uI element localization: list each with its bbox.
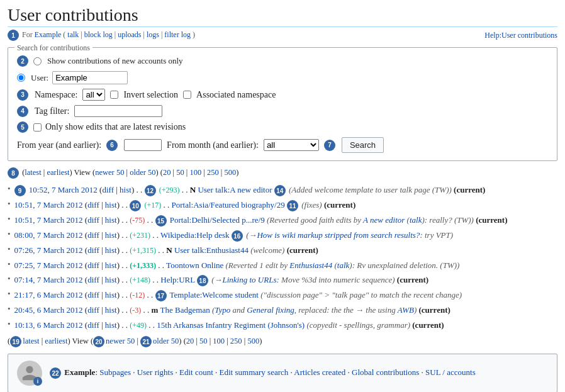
global-contributions-link[interactable]: Global contributions — [352, 367, 419, 377]
diff-link[interactable]: diff — [87, 320, 99, 330]
general-fixing-link[interactable]: General fixing — [247, 305, 294, 315]
talk-link-inline[interactable]: talk — [410, 215, 422, 225]
invert-checkbox[interactable] — [110, 91, 118, 99]
hist-link[interactable]: hist — [105, 200, 117, 210]
hist-link[interactable]: hist — [105, 245, 117, 255]
subpages-link[interactable]: Subpages — [99, 367, 131, 377]
page-link[interactable]: Wikipedia:Help desk — [160, 230, 230, 240]
search-button[interactable]: Search — [342, 137, 384, 153]
user-link-inline[interactable]: Enthusiast44 — [289, 260, 332, 270]
from-year-input[interactable] — [124, 139, 162, 151]
page-link[interactable]: User talk:A new editor — [198, 185, 272, 194]
contrib-time[interactable]: 10:51, 7 March 2012 — [14, 215, 83, 225]
contrib-time[interactable]: 10:51, 7 March 2012 — [14, 200, 83, 210]
filter-log-link[interactable]: filter log — [164, 30, 191, 39]
50-bottom[interactable]: 50 — [199, 337, 208, 345]
20-top[interactable]: 20 — [163, 168, 171, 177]
diff-link[interactable]: diff — [102, 185, 114, 194]
hist-link[interactable]: hist — [105, 275, 117, 284]
diff-link[interactable]: diff — [87, 275, 99, 284]
page-link[interactable]: Portal:Asia/Featured biography/29 — [172, 200, 285, 210]
newer50-top[interactable]: newer 50 — [95, 168, 124, 177]
page-link[interactable]: The Badgeman — [160, 305, 210, 315]
newer50-bottom[interactable]: newer 50 — [106, 337, 135, 345]
hist-link[interactable]: hist — [105, 260, 117, 270]
contrib-time[interactable]: 07:26, 7 March 2012 — [14, 245, 83, 255]
help-link-container: Help:User contributions — [484, 31, 557, 40]
latest-link-bottom[interactable]: latest — [23, 337, 39, 345]
block-log-link[interactable]: block log — [84, 30, 113, 39]
100-bottom[interactable]: 100 — [213, 337, 225, 345]
hist-link[interactable]: hist — [105, 230, 117, 240]
contrib-time[interactable]: 10:52, 7 March 2012 — [29, 185, 98, 194]
diff-link[interactable]: diff — [87, 290, 99, 300]
circle-7: 7 — [324, 140, 335, 151]
new-accounts-radio[interactable] — [33, 57, 42, 65]
user-radio[interactable] — [17, 74, 25, 82]
typo-link[interactable]: Typo — [215, 305, 230, 315]
500-bottom[interactable]: 500 — [247, 337, 259, 345]
namespace-select[interactable]: all — [82, 89, 105, 101]
earliest-link-top[interactable]: earliest — [47, 168, 69, 177]
page-link[interactable]: Toontown Online — [166, 260, 223, 270]
associated-checkbox[interactable] — [183, 91, 191, 99]
hist-link[interactable]: hist — [105, 320, 117, 330]
contrib-time[interactable]: 08:00, 7 March 2012 — [14, 230, 83, 240]
page-link[interactable]: Portal:Delhi/Selected p...re/9 — [170, 215, 265, 225]
older50-bottom[interactable]: older 50 — [153, 337, 179, 345]
diff-size: (+1,315) — [130, 246, 156, 255]
contrib-time[interactable]: 07:25, 7 March 2012 — [14, 260, 83, 270]
diff-link[interactable]: diff — [87, 230, 99, 240]
section-link[interactable]: How is wiki markup stripped from search … — [257, 230, 420, 240]
diff-link[interactable]: diff — [87, 200, 99, 210]
hist-link[interactable]: hist — [120, 185, 131, 194]
help-link[interactable]: Help:User contributions — [484, 31, 557, 40]
from-month-label: From month (and earlier): — [167, 140, 259, 150]
from-month-select[interactable]: all JanuaryFebruaryMarch AprilMayJune Ju… — [264, 139, 319, 151]
older50-top[interactable]: older 50 — [130, 168, 155, 177]
contrib-time[interactable]: 10:13, 6 March 2012 — [14, 320, 83, 330]
hist-link[interactable]: hist — [105, 215, 117, 225]
diff-link[interactable]: diff — [87, 305, 99, 315]
articles-created-link[interactable]: Articles created — [294, 367, 345, 377]
250-bottom[interactable]: 250 — [230, 337, 242, 345]
awb-link[interactable]: AWB — [398, 305, 414, 315]
latest-checkbox[interactable] — [33, 123, 42, 132]
section-link[interactable]: Linking to URLs — [223, 275, 277, 284]
diff-size: (-3) — [130, 306, 141, 315]
100-top[interactable]: 100 — [189, 168, 201, 177]
invert-label: Invert selection — [123, 90, 178, 100]
page-link[interactable]: 15th Arkansas Infantry Regiment (Johnson… — [157, 320, 305, 330]
edit-summary-link[interactable]: Edit summary search — [220, 367, 289, 377]
user-label: User: — [31, 73, 48, 83]
500-top[interactable]: 500 — [225, 168, 237, 177]
tag-input[interactable] — [74, 105, 162, 117]
hist-link[interactable]: hist — [105, 305, 117, 315]
page-link[interactable]: Help:URL — [160, 275, 194, 284]
diff-link[interactable]: diff — [87, 245, 99, 255]
contrib-time[interactable]: 20:45, 6 March 2012 — [14, 305, 83, 315]
sul-accounts-link[interactable]: SUL / accounts — [425, 367, 476, 377]
user-link-inline[interactable]: A new editor — [363, 215, 405, 225]
talk-link[interactable]: talk — [67, 30, 79, 39]
20-bottom[interactable]: 20 — [186, 337, 194, 345]
contrib-time[interactable]: 21:17, 6 March 2012 — [14, 290, 83, 300]
250-top[interactable]: 250 — [207, 168, 219, 177]
hist-link[interactable]: hist — [105, 290, 117, 300]
50-top[interactable]: 50 — [176, 168, 184, 177]
user-input[interactable] — [52, 71, 128, 84]
diff-link[interactable]: diff — [87, 215, 99, 225]
latest-link-top[interactable]: latest — [25, 168, 41, 177]
page-link[interactable]: User talk:Enthusiast44 — [174, 245, 249, 255]
earliest-link-bottom[interactable]: earliest — [45, 337, 67, 345]
page-link[interactable]: Template:Welcome student — [170, 290, 259, 300]
contrib-time[interactable]: 07:14, 7 March 2012 — [14, 275, 83, 284]
diff-link[interactable]: diff — [87, 260, 99, 270]
user-rights-link[interactable]: User rights — [137, 367, 173, 377]
edit-count-link[interactable]: Edit count — [179, 367, 213, 377]
uploads-link[interactable]: uploads — [118, 30, 141, 39]
user-link[interactable]: Example — [35, 30, 62, 39]
edit-summary: (welcome) — [250, 245, 284, 255]
talk-link-inline[interactable]: talk — [337, 260, 350, 270]
logs-link[interactable]: logs — [147, 30, 159, 39]
